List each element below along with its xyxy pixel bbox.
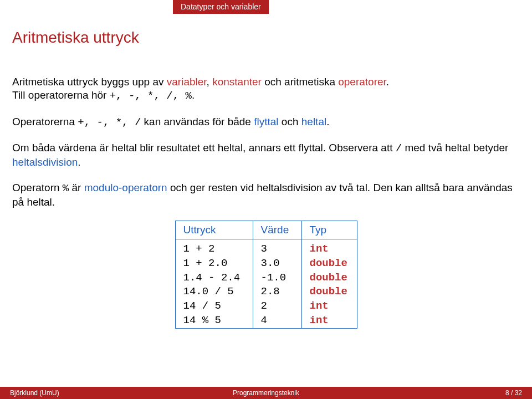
cell-value: -1.0 [253, 271, 301, 285]
type-keyword: int [310, 243, 329, 255]
paragraph-1: Aritmetiska uttryck byggs upp av variabl… [12, 75, 520, 103]
footer-center: Programmeringsteknik [0, 389, 532, 397]
term-heltalsdivision: heltalsdivision [12, 156, 78, 168]
type-keyword: int [310, 314, 329, 326]
slide-title: Aritmetiska uttryck [12, 29, 139, 47]
text: och [279, 116, 301, 127]
text: , [207, 76, 213, 88]
term-modulo: modulo-operatorn [84, 182, 167, 193]
text: . [386, 76, 389, 88]
code-percent: % [63, 182, 69, 195]
cell-type: int [301, 299, 357, 314]
section-tab: Datatyper och variabler [173, 0, 269, 14]
text: Aritmetiska uttryck byggs upp av [12, 76, 167, 88]
paragraph-3: Om båda värdena är heltal blir resultate… [12, 141, 520, 169]
cell-value: 2.8 [253, 285, 301, 299]
term-variabler: variabler [167, 76, 207, 88]
cell-expr: 1 + 2 [175, 239, 253, 257]
term-operatorer: operatorer [338, 76, 386, 88]
text: och aritmetiska [262, 76, 338, 88]
col-header-uttryck: Uttryck [175, 221, 253, 239]
cell-type: double [301, 257, 357, 271]
type-keyword: double [310, 257, 347, 269]
cell-expr: 14.0 / 5 [175, 285, 253, 299]
cell-value: 2 [253, 299, 301, 314]
code-ops1: +, -, *, /, % [110, 90, 192, 102]
col-header-varde: Värde [253, 221, 301, 239]
cell-expr: 14 / 5 [175, 299, 253, 314]
text: är [69, 182, 84, 193]
cell-expr: 1 + 2.0 [175, 257, 253, 271]
table-row: 1 + 2.03.0double [175, 257, 357, 271]
table-header-row: Uttryck Värde Typ [175, 221, 357, 239]
example-table: Uttryck Värde Typ 1 + 23int1 + 2.03.0dou… [175, 221, 357, 328]
text: med två heltal betyder [402, 142, 508, 154]
cell-value: 3.0 [253, 257, 301, 271]
table-row: 1.4 - 2.4-1.0double [175, 271, 357, 285]
footer-left: Björklund (UmU) [10, 389, 59, 397]
cell-expr: 14 % 5 [175, 314, 253, 328]
cell-value: 4 [253, 314, 301, 328]
term-heltal: heltal [301, 116, 326, 127]
example-table-wrap: Uttryck Värde Typ 1 + 23int1 + 2.03.0dou… [12, 221, 520, 328]
table-row: 1 + 23int [175, 239, 357, 257]
table-row: 14 % 54int [175, 314, 357, 328]
footer-right: 8 / 32 [505, 389, 522, 397]
text: Om båda värdena är heltal blir resultate… [12, 142, 396, 154]
cell-expr: 1.4 - 2.4 [175, 271, 253, 285]
table-row: 14 / 52int [175, 299, 357, 314]
paragraph-2: Operatorerna +, -, *, / kan användas för… [12, 115, 520, 130]
text: . [326, 116, 329, 127]
text: kan användas för både [141, 116, 254, 127]
cell-type: double [301, 285, 357, 299]
type-keyword: double [310, 272, 347, 284]
text: Till operatorerna hör [12, 89, 110, 101]
slide-content: Aritmetiska uttryck byggs upp av variabl… [12, 75, 520, 329]
paragraph-4: Operatorn % är modulo-operatorn och ger … [12, 181, 520, 209]
text: Operatorerna [12, 116, 78, 127]
table-row: 14.0 / 52.8double [175, 285, 357, 299]
code-slash: / [396, 142, 402, 155]
footer: Björklund (UmU) Programmeringsteknik 8 /… [0, 387, 532, 399]
term-flyttal: flyttal [254, 116, 278, 127]
text: Operatorn [12, 182, 63, 193]
cell-type: double [301, 271, 357, 285]
text: . [78, 156, 80, 168]
term-konstanter: konstanter [212, 76, 262, 88]
type-keyword: int [310, 300, 329, 312]
cell-type: int [301, 239, 357, 257]
cell-type: int [301, 314, 357, 328]
text: . [192, 89, 195, 101]
cell-value: 3 [253, 239, 301, 257]
code-ops2: +, -, *, / [78, 116, 141, 129]
type-keyword: double [310, 285, 347, 298]
col-header-typ: Typ [301, 221, 357, 239]
